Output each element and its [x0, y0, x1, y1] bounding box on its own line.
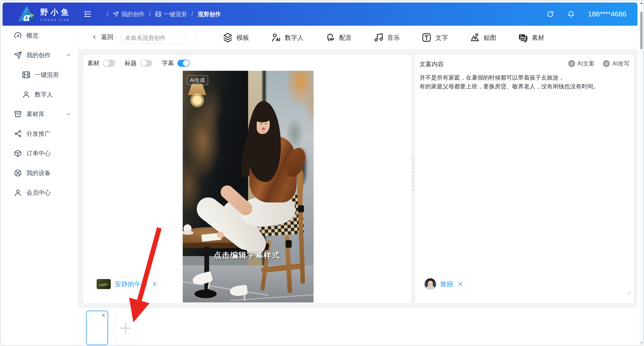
device-sphere-icon — [14, 169, 22, 177]
paper-plane-icon — [113, 11, 119, 17]
sidebar-item-material-library[interactable]: 素材库 — [3, 104, 78, 124]
action-label: 素材 — [532, 33, 544, 42]
sidebar-item-label: 订单中心 — [26, 149, 51, 157]
paper-plane-icon — [14, 51, 22, 59]
sidebar-item-label: 我的设备 — [26, 169, 51, 177]
ai-script-button[interactable]: @ AI文案 — [568, 60, 595, 67]
toolbar-actions: 模板 数字人 配音 音乐 文字 贴图 素材 — [223, 26, 544, 49]
script-line: 有的家庭父母都要上班，要换房贷、敬养老人，没有闲钱也没有时间。 — [420, 82, 628, 91]
bgm-chip[interactable]: 安静的午后 — [91, 276, 163, 292]
music-note-icon — [373, 32, 384, 43]
voice-label: 雅丽 — [440, 280, 453, 289]
ai-at-icon: @ — [603, 60, 610, 67]
breadcrumb-label: 一键混剪 — [164, 10, 187, 18]
toggle-label: 字幕 — [162, 59, 174, 67]
breadcrumb-separator: / — [107, 11, 108, 18]
sidebar-collapse-icon[interactable] — [84, 10, 92, 18]
add-clip-button[interactable] — [115, 311, 136, 345]
sidebar-item-order-center[interactable]: 订单中心 — [3, 144, 78, 163]
gauge-icon — [14, 31, 22, 40]
archive-icon — [14, 110, 22, 118]
remove-voice-icon[interactable] — [457, 281, 463, 287]
notification-bell-icon[interactable] — [567, 10, 575, 18]
logo-subtitle: FINGER FISH — [40, 19, 71, 21]
toggle-title: 标题 — [125, 59, 152, 67]
sticker-button[interactable]: 贴图 — [470, 32, 496, 43]
sidebar-item-digital-human[interactable]: 数字人 — [3, 85, 78, 104]
clip-card-selected[interactable] — [86, 311, 108, 345]
script-textarea[interactable]: 并不是所有家庭，在暑假的时候都可以带着孩子去旅游， 有的家庭父母都要上班，要换房… — [420, 73, 628, 91]
sidebar: 概览 我的创作 一键混剪 数字人 素材库 分发推广 订单中心 我的设备 会员中心 — [3, 26, 78, 345]
sidebar-item-overview[interactable]: 概览 — [3, 26, 78, 45]
person-ai-icon — [271, 32, 281, 43]
sidebar-item-label: 分发推广 — [26, 130, 51, 138]
title-switch[interactable] — [140, 60, 152, 67]
script-line: 并不是所有家庭，在暑假的时候都可以带着孩子去旅游， — [420, 73, 628, 82]
logo-fish-icon: α — [17, 5, 36, 23]
mountain-sticker-icon — [470, 32, 480, 43]
remove-clip-icon[interactable] — [101, 313, 106, 318]
sidebar-item-my-creations[interactable]: 我的创作 — [3, 45, 78, 65]
ai-button-label: AI改写 — [612, 60, 629, 67]
film-icon — [155, 11, 161, 17]
cube-icon — [14, 149, 22, 157]
sidebar-item-label: 数字人 — [35, 90, 53, 98]
sidebar-item-distribution[interactable]: 分发推广 — [3, 124, 78, 144]
material-switch[interactable] — [103, 60, 115, 67]
breadcrumb-my-creations[interactable]: 我的创作 — [113, 10, 144, 18]
ai-at-icon: @ — [568, 60, 575, 67]
toggle-subtitle: 字幕 — [162, 59, 190, 67]
images-stack-icon — [518, 32, 528, 43]
sidebar-item-my-devices[interactable]: 我的设备 — [3, 163, 78, 183]
toggle-label: 素材 — [87, 59, 99, 67]
video-preview: AI生成 点击编辑字幕样式 — [183, 71, 314, 302]
account-phone[interactable]: 186****4686 — [588, 10, 626, 18]
toggle-material: 素材 — [87, 59, 115, 67]
voice-avatar — [425, 278, 436, 290]
back-button[interactable]: 返回 — [92, 33, 113, 41]
film-icon — [22, 71, 30, 79]
breadcrumb-label: 我的创作 — [121, 10, 144, 18]
sidebar-item-label: 会员中心 — [26, 189, 51, 197]
template-button[interactable]: 模板 — [223, 32, 249, 43]
svg-text:α: α — [22, 11, 31, 23]
page-scrollbar — [639, 1, 643, 345]
project-title-input[interactable] — [121, 32, 187, 44]
scrollbar-down-arrow[interactable] — [640, 342, 643, 344]
dubbing-button[interactable]: 配音 — [325, 32, 352, 43]
music-button[interactable]: 音乐 — [373, 32, 400, 43]
breadcrumb-one-click-mix[interactable]: 一键混剪 — [155, 10, 187, 18]
chevron-left-icon — [92, 34, 97, 40]
textarea-resize-grip[interactable] — [627, 291, 631, 295]
breadcrumb-current-page: 混剪创作 — [198, 10, 221, 18]
subtitle-switch[interactable] — [177, 60, 190, 67]
refresh-icon[interactable] — [547, 10, 554, 18]
remove-bgm-icon[interactable] — [151, 281, 158, 287]
sidebar-item-label: 我的创作 — [26, 51, 51, 59]
sidebar-item-label: 一键混剪 — [35, 71, 59, 79]
breadcrumb-separator: / — [192, 11, 193, 18]
app-header: α 野小鱼 FINGER FISH / 我的创作 / 一键混剪 / 混剪创作 1… — [3, 3, 637, 26]
ai-rewrite-button[interactable]: @ AI改写 — [603, 60, 629, 67]
scrollbar-up-arrow[interactable] — [640, 2, 643, 4]
action-label: 配音 — [339, 33, 352, 42]
sidebar-item-member-center[interactable]: 会员中心 — [3, 183, 78, 202]
scrollbar-thumb[interactable] — [640, 12, 642, 49]
subtitle-caption[interactable]: 点击编辑字幕样式 — [214, 250, 280, 261]
action-label: 模板 — [237, 33, 249, 42]
script-panel-title: 文案内容 — [420, 60, 444, 68]
text-box-icon — [422, 32, 432, 43]
material-button[interactable]: 素材 — [518, 32, 544, 43]
bgm-label: 安静的午后 — [115, 280, 147, 289]
action-label: 文字 — [435, 33, 448, 42]
action-label: 音乐 — [387, 33, 400, 42]
digital-human-button[interactable]: 数字人 — [271, 32, 304, 43]
voice-actor-chip[interactable]: 雅丽 — [419, 276, 469, 292]
text-button[interactable]: 文字 — [422, 32, 448, 43]
action-label: 数字人 — [285, 33, 304, 42]
panel-resize-handle[interactable] — [412, 158, 414, 193]
layer-toggles: 素材 标题 字幕 — [87, 59, 190, 67]
chevron-down-icon — [66, 111, 71, 117]
script-panel: 文案内容 @ AI文案 @ AI改写 并不是所有家庭，在暑假的时候都可以带着孩子… — [415, 55, 634, 303]
sidebar-item-one-click-mix[interactable]: 一键混剪 — [3, 65, 78, 85]
